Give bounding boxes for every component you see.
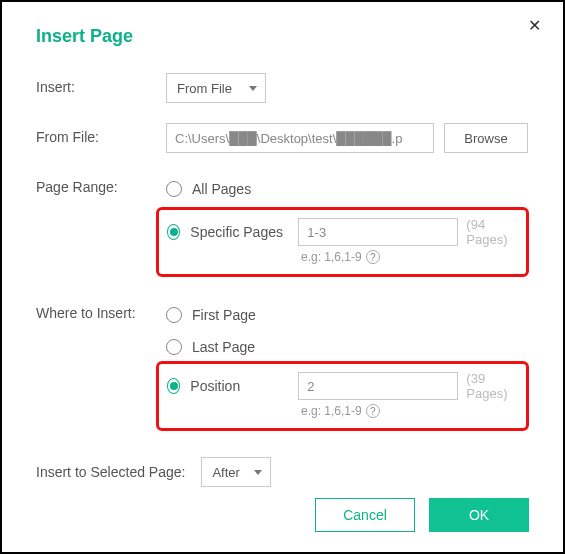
- position-input[interactable]: [298, 372, 458, 400]
- first-page-label: First Page: [192, 307, 300, 323]
- ok-button[interactable]: OK: [429, 498, 529, 532]
- file-path-input[interactable]: [166, 123, 434, 153]
- specific-pages-total: (94 Pages): [466, 217, 518, 247]
- browse-button[interactable]: Browse: [444, 123, 528, 153]
- specific-pages-highlight: Specific Pages (94 Pages) e.g: 1,6,1-9 ?: [156, 207, 529, 277]
- specific-pages-input[interactable]: [298, 218, 458, 246]
- last-page-radio[interactable]: [166, 339, 182, 355]
- insert-to-selected-label: Insert to Selected Page:: [36, 464, 185, 480]
- first-page-radio[interactable]: [166, 307, 182, 323]
- help-icon[interactable]: ?: [366, 250, 380, 264]
- where-insert-label: Where to Insert:: [36, 299, 166, 321]
- cancel-button[interactable]: Cancel: [315, 498, 415, 532]
- all-pages-radio[interactable]: [166, 181, 182, 197]
- page-range-label: Page Range:: [36, 173, 166, 195]
- chevron-down-icon: [254, 470, 262, 475]
- close-icon[interactable]: ✕: [528, 18, 541, 34]
- chevron-down-icon: [249, 86, 257, 91]
- specific-pages-hint: e.g: 1,6,1-9: [301, 250, 362, 264]
- help-icon[interactable]: ?: [366, 404, 380, 418]
- insert-to-select[interactable]: After: [201, 457, 271, 487]
- position-highlight: Position (39 Pages) e.g: 1,6,1-9 ?: [156, 361, 529, 431]
- specific-pages-label: Specific Pages: [190, 224, 298, 240]
- all-pages-label: All Pages: [192, 181, 300, 197]
- insert-label: Insert:: [36, 73, 166, 95]
- insert-to-value: After: [212, 465, 239, 480]
- from-file-label: From File:: [36, 123, 166, 145]
- position-total: (39 Pages): [466, 371, 518, 401]
- insert-source-value: From File: [177, 81, 232, 96]
- insert-page-dialog: ✕ Insert Page Insert: From File From Fil…: [0, 0, 565, 554]
- specific-pages-radio[interactable]: [167, 224, 180, 240]
- last-page-label: Last Page: [192, 339, 300, 355]
- position-hint: e.g: 1,6,1-9: [301, 404, 362, 418]
- position-label: Position: [190, 378, 298, 394]
- position-radio[interactable]: [167, 378, 180, 394]
- insert-source-select[interactable]: From File: [166, 73, 266, 103]
- dialog-title: Insert Page: [36, 26, 529, 47]
